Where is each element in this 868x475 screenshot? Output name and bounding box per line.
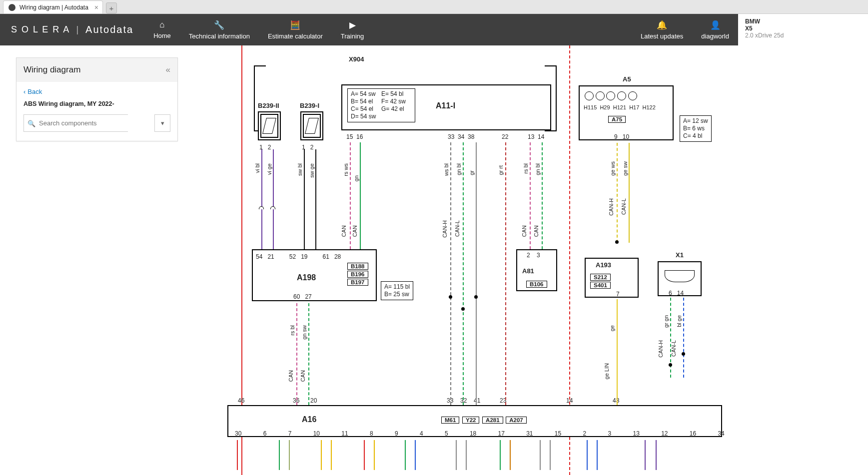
nav-training[interactable]: ▶ Training: [332, 14, 373, 45]
pin: 22: [502, 133, 508, 140]
subbox: B188: [347, 263, 368, 270]
wire: [450, 142, 451, 405]
play-icon: ▶: [349, 20, 356, 30]
subbox: M61: [441, 417, 459, 424]
home-icon: ⌂: [159, 20, 164, 30]
vehicle-info[interactable]: BMW X5 2.0 xDrive 25d: [738, 14, 868, 45]
pin: 2: [310, 144, 314, 151]
nav-home[interactable]: ⌂ Home: [144, 14, 180, 45]
back-label: Back: [27, 88, 42, 95]
note-line: A= 115 bl: [384, 283, 410, 291]
wire: [360, 142, 361, 249]
ind-label: H122: [642, 104, 655, 110]
pin: 9: [395, 430, 398, 437]
subbox: Y22: [462, 417, 479, 424]
brand-autodata: Autodata: [85, 24, 133, 35]
x1-connector-icon: [665, 270, 695, 282]
wire-label: ge LIN: [604, 363, 610, 379]
wire: [463, 142, 464, 405]
wire-node: [682, 352, 685, 356]
wire-node: [449, 295, 452, 299]
pin: 30: [235, 430, 241, 437]
wire-label: rs bl: [289, 325, 295, 336]
subbox: S212: [590, 274, 611, 281]
pin: 14: [538, 133, 544, 140]
pins-a81: 2 3: [527, 252, 540, 259]
nav-latest[interactable]: 🔔 Latest updates: [632, 14, 692, 45]
nav-estimate-label: Estimate calculator: [268, 32, 323, 40]
subbox: B196: [347, 271, 368, 278]
note-line: C= 4 bl: [683, 132, 708, 140]
nav-estimate[interactable]: 🧮 Estimate calculator: [259, 14, 332, 45]
wire: [617, 299, 618, 405]
label-a198: A198: [297, 273, 316, 282]
wire: [304, 149, 305, 249]
wire-label: sw bl: [297, 163, 303, 176]
note-line: B= 54 el: [351, 98, 381, 105]
wire: [617, 143, 618, 243]
pin: 2: [527, 252, 530, 259]
sensor-b239-i: [303, 114, 321, 138]
wire-label: sw ge: [309, 163, 315, 178]
pin: 3: [537, 252, 540, 259]
wire-label: gr rt: [498, 165, 504, 175]
a5-indicator-row: [585, 91, 637, 102]
wire-label: vi ge: [266, 163, 272, 175]
wire-label: gn bl: [535, 163, 541, 175]
new-tab-button[interactable]: +: [106, 2, 117, 13]
search-input[interactable]: [23, 114, 128, 132]
vehicle-variant: 2.0 xDrive 25d: [745, 32, 861, 39]
can-label: CAN-H: [442, 220, 448, 238]
search-icon: 🔍: [27, 119, 35, 127]
collapse-icon[interactable]: «: [166, 65, 170, 75]
can-label: CAN: [533, 225, 539, 237]
wire-junction: [259, 206, 264, 209]
ind-label: H115: [584, 104, 597, 110]
note-line: D= 54 sw: [351, 113, 381, 120]
subbox: B106: [526, 281, 547, 288]
side-title: Wiring diagram: [23, 65, 80, 75]
label-a16: A16: [302, 415, 316, 424]
wire: [350, 142, 351, 249]
header-a5: A5: [623, 75, 631, 83]
nav-home-label: Home: [153, 32, 171, 39]
subbox: B197: [347, 279, 368, 286]
pin: 9: [614, 133, 618, 140]
ind-label: H29: [600, 104, 610, 110]
ind-label: H121: [613, 104, 626, 110]
nav-user[interactable]: 👤 diagworld: [692, 14, 738, 45]
pin: 7: [616, 291, 620, 298]
label-b239-ii: B239-II: [258, 102, 279, 109]
back-button[interactable]: ‹ Back: [23, 88, 42, 95]
nav-latest-label: Latest updates: [641, 32, 683, 40]
wire: [261, 149, 262, 249]
close-icon[interactable]: ×: [94, 3, 98, 11]
pin-14: 14: [566, 397, 573, 404]
can-label: CAN-L: [454, 220, 460, 237]
notes-a11: A= 54 sw E= 54 bl B= 54 el F= 42 sw C= 5…: [347, 88, 415, 122]
pin: 14: [677, 290, 684, 297]
nav-tech[interactable]: 🔧 Technical information: [180, 14, 259, 45]
subbox: A75: [608, 116, 626, 123]
wire: [308, 303, 309, 405]
note-line: B= 25 sw: [384, 291, 410, 298]
pin: 38: [468, 133, 474, 140]
wire-label: ws bl: [443, 163, 449, 176]
label-b239-i: B239-I: [300, 102, 319, 109]
can-label: CAN-L: [621, 198, 627, 215]
pin: 10: [313, 430, 320, 437]
brand-logo[interactable]: S O L E R A | Autodata: [0, 14, 144, 45]
pin: 54: [256, 253, 262, 260]
wire-label: ge ws: [610, 161, 616, 176]
pins-a11-mid: 33 34 38: [448, 133, 474, 140]
note-line: F= 42 sw: [381, 98, 412, 105]
wire: [296, 303, 297, 405]
pin: 21: [267, 253, 274, 260]
pin: 13: [528, 133, 534, 140]
wire-node: [615, 240, 619, 244]
diagram-subtitle: ABS Wiring diagram, MY 2022-: [23, 100, 170, 107]
search-dropdown-button[interactable]: ▾: [154, 114, 170, 132]
pins-a198-bot: 60 27: [293, 293, 312, 300]
browser-tab[interactable]: Wiring diagram | Autodata ×: [3, 0, 103, 13]
nav-tech-label: Technical information: [189, 32, 250, 40]
